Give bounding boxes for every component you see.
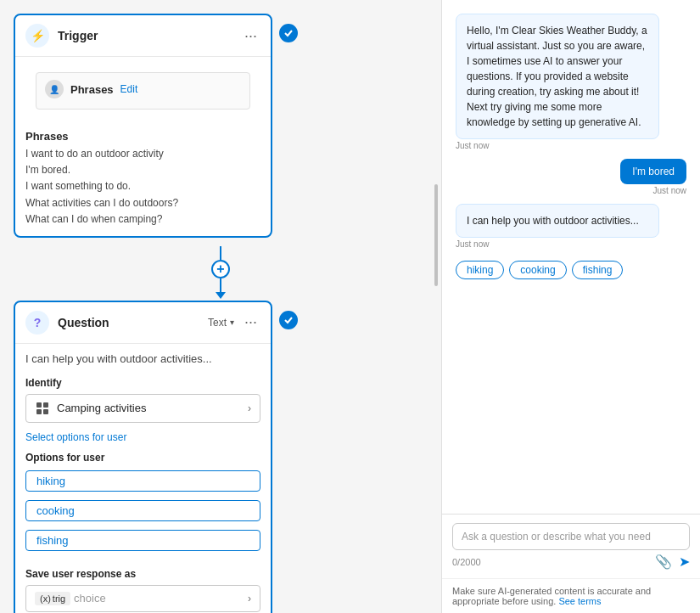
question-check-circle (279, 311, 298, 329)
save-var-chip: (x) trig (35, 592, 70, 605)
trigger-card: ⚡ Trigger ··· 👤 Phrases Edit Phrases I w… (14, 14, 272, 238)
identify-value: Camping activities (57, 402, 248, 414)
char-count: 0/2000 (452, 557, 481, 567)
chat-area: Hello, I'm Clear Skies Weather Buddy, a … (442, 0, 700, 514)
chat-user-message: I'm bored Just now (456, 159, 686, 195)
svg-rect-0 (36, 402, 42, 408)
phrases-edit-link[interactable]: Edit (120, 83, 138, 95)
add-node-button[interactable]: + (211, 260, 230, 278)
bot-bubble-2: I can help you with outdoor activities..… (456, 204, 659, 238)
svg-rect-3 (43, 409, 48, 414)
send-button[interactable]: ➤ (679, 554, 690, 570)
option-cooking[interactable]: cooking (25, 500, 260, 521)
choice-cooking[interactable]: cooking (509, 261, 566, 279)
question-preview-text: I can help you with outdoor activities..… (25, 352, 260, 365)
phrases-avatar: 👤 (45, 80, 64, 98)
bot-message-2-text: I can help you with outdoor activities..… (467, 215, 639, 227)
chat-input-icons: 📎 ➤ (655, 554, 690, 570)
choice-hiking[interactable]: hiking (456, 261, 504, 279)
question-card: ? Question Text ▾ ··· I can help you wit… (14, 301, 272, 613)
camping-icon (35, 401, 50, 416)
chat-bot-message-1: Hello, I'm Clear Skies Weather Buddy, a … (456, 14, 686, 150)
chat-input-area: Ask a question or describe what you need… (442, 514, 700, 578)
chat-input-meta: 0/2000 📎 ➤ (452, 554, 690, 570)
chat-input-placeholder: Ask a question or describe what you need (452, 523, 690, 550)
attach-button[interactable]: 📎 (655, 554, 672, 570)
question-type-badge[interactable]: Text ▾ (208, 317, 234, 329)
phrases-text: I want to do an outdoor activity I'm bor… (25, 146, 260, 228)
trigger-card-header: ⚡ Trigger ··· (15, 15, 271, 57)
identify-box[interactable]: Camping activities › (25, 394, 260, 423)
user-bubble: I'm bored (620, 159, 686, 184)
save-response-box[interactable]: (x) trig choice › (25, 585, 260, 612)
question-icon: ? (25, 311, 49, 335)
chat-choices: hiking cooking fishing (456, 261, 686, 279)
save-var-x: (x) (40, 593, 51, 604)
phrases-section-title: Phrases (25, 130, 260, 143)
save-response-label: Save user response as (25, 568, 260, 580)
timestamp-3: Just now (456, 239, 686, 249)
bot-message-1-text: Hello, I'm Clear Skies Weather Buddy, a … (467, 25, 647, 128)
right-panel: Hello, I'm Clear Skies Weather Buddy, a … (441, 0, 700, 613)
save-var-value: choice (74, 592, 248, 605)
connector-1: + (14, 246, 428, 299)
question-title: Question (58, 316, 208, 329)
question-menu-button[interactable]: ··· (241, 313, 260, 331)
select-options-link[interactable]: Select options for user (25, 431, 126, 443)
identify-chevron-icon: › (248, 402, 251, 414)
options-list: hiking cooking fishing (25, 470, 260, 556)
footer-link[interactable]: See terms (558, 596, 601, 606)
trigger-phrases-box: 👤 Phrases Edit (36, 72, 250, 110)
option-fishing[interactable]: fishing (25, 530, 260, 551)
chat-bot-message-2: I can help you with outdoor activities..… (456, 204, 686, 249)
question-card-header: ? Question Text ▾ ··· (15, 302, 271, 344)
trigger-menu-button[interactable]: ··· (241, 27, 260, 45)
left-panel: ⚡ Trigger ··· 👤 Phrases Edit Phrases I w… (0, 0, 441, 613)
options-label: Options for user (25, 452, 260, 464)
scrollbar[interactable] (434, 184, 438, 286)
save-box-chevron-icon: › (248, 593, 251, 605)
footer-text: Make sure AI-generated content is accura… (452, 586, 651, 606)
save-var-name: trig (53, 593, 65, 604)
choice-fishing[interactable]: fishing (572, 261, 624, 279)
chat-footer: Make sure AI-generated content is accura… (442, 578, 700, 613)
timestamp-2: Just now (653, 186, 686, 195)
svg-rect-2 (36, 409, 42, 414)
timestamp-1: Just now (456, 141, 686, 150)
trigger-icon: ⚡ (25, 24, 49, 48)
question-body: I can help you with outdoor activities..… (15, 344, 271, 613)
phrases-section: Phrases I want to do an outdoor activity… (15, 121, 271, 236)
identify-label: Identify (25, 377, 260, 389)
trigger-check-circle (279, 24, 298, 42)
trigger-title: Trigger (58, 29, 241, 42)
user-message-text: I'm bored (632, 166, 675, 177)
svg-rect-1 (43, 402, 48, 408)
bot-bubble-1: Hello, I'm Clear Skies Weather Buddy, a … (456, 14, 659, 139)
option-hiking[interactable]: hiking (25, 470, 260, 492)
phrases-box-title: Phrases (70, 83, 114, 96)
